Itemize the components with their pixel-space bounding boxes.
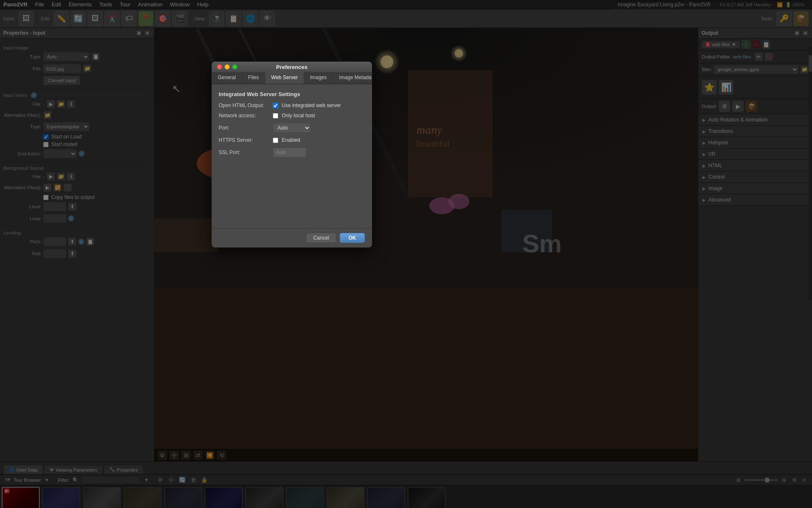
modal-tab-images[interactable]: Images — [304, 72, 333, 84]
modal-row-3: HTTPS Server: Enabled — [219, 137, 365, 143]
modal-row-1: Network access: Only local host — [219, 113, 365, 119]
modal-value-3: Enabled — [282, 137, 300, 143]
modal-row-0: Open HTML Output: Use integrated web ser… — [219, 102, 365, 108]
modal-titlebar: Preferences — [212, 62, 372, 72]
modal-row-4: SSL Port: — [219, 147, 365, 157]
modal-section-title: Integrated Web Server Settings — [219, 91, 365, 97]
modal-body: Integrated Web Server Settings Open HTML… — [212, 84, 372, 228]
preferences-modal: Preferences General Files Web Server Ima… — [211, 61, 372, 248]
modal-tab-metadata[interactable]: Image Metadata — [333, 72, 372, 84]
modal-label-2: Port: — [219, 125, 269, 131]
modal-ok-btn[interactable]: OK — [340, 233, 365, 243]
modal-tab-webserver[interactable]: Web Server — [265, 72, 304, 84]
modal-checkbox-1[interactable] — [273, 113, 278, 119]
maximize-light[interactable] — [232, 64, 237, 69]
modal-port-select[interactable]: Auto — [273, 123, 311, 133]
modal-tab-files[interactable]: Files — [242, 72, 265, 84]
modal-tab-general[interactable]: General — [212, 72, 242, 84]
modal-row-2: Port: Auto — [219, 123, 365, 133]
traffic-lights — [217, 64, 237, 69]
modal-checkbox-0[interactable] — [273, 103, 278, 108]
modal-label-3: HTTPS Server: — [219, 137, 269, 143]
modal-title: Preferences — [276, 64, 307, 70]
modal-ssl-port-input — [273, 147, 307, 157]
close-light[interactable] — [217, 64, 222, 69]
modal-value-0: Use integrated web server — [282, 102, 341, 108]
modal-tabs: General Files Web Server Images Image Me… — [212, 72, 372, 84]
modal-value-1: Only local host — [282, 113, 315, 119]
modal-footer: Cancel OK — [212, 228, 372, 247]
modal-checkbox-3[interactable] — [273, 138, 278, 143]
modal-label-0: Open HTML Output: — [219, 102, 269, 108]
modal-overlay: Preferences General Files Web Server Ima… — [0, 0, 812, 508]
modal-label-4: SSL Port: — [219, 149, 269, 155]
modal-cancel-btn[interactable]: Cancel — [306, 233, 336, 243]
modal-label-1: Network access: — [219, 113, 269, 119]
minimize-light[interactable] — [225, 64, 230, 69]
